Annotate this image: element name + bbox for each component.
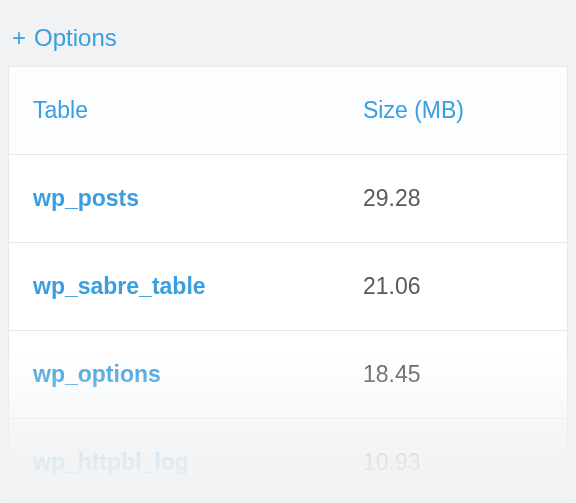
options-label: Options (34, 24, 117, 52)
cell-table-name[interactable]: wp_httpbl_log (9, 419, 339, 503)
table-header-row: Table Size (MB) (9, 67, 567, 155)
cell-size: 18.45 (339, 331, 567, 418)
db-tables: Table Size (MB) wp_posts 29.28 wp_sabre_… (8, 66, 568, 503)
col-header-size[interactable]: Size (MB) (339, 67, 567, 154)
cell-table-name[interactable]: wp_options (9, 331, 339, 418)
cell-size: 10.93 (339, 419, 567, 503)
cell-table-name[interactable]: wp_sabre_table (9, 243, 339, 330)
table-row[interactable]: wp_posts 29.28 (9, 155, 567, 243)
options-toggle[interactable]: + Options (0, 0, 576, 66)
cell-size: 29.28 (339, 155, 567, 242)
page: + Options Table Size (MB) wp_posts 29.28… (0, 0, 576, 503)
table-row[interactable]: wp_httpbl_log 10.93 (9, 419, 567, 503)
table-row[interactable]: wp_sabre_table 21.06 (9, 243, 567, 331)
plus-icon: + (12, 26, 26, 50)
cell-size: 21.06 (339, 243, 567, 330)
cell-table-name[interactable]: wp_posts (9, 155, 339, 242)
table-row[interactable]: wp_options 18.45 (9, 331, 567, 419)
col-header-table[interactable]: Table (9, 67, 339, 154)
